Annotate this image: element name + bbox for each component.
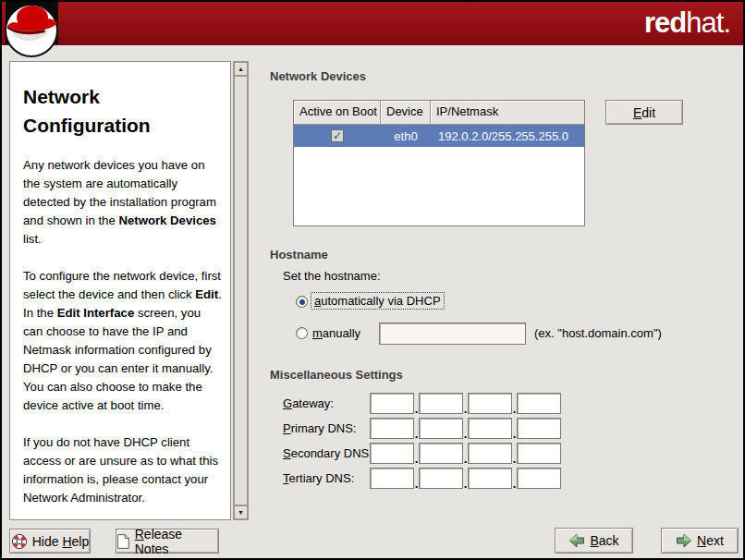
- edit-button[interactable]: Edit: [605, 100, 683, 125]
- gateway-label: Gateway:: [283, 396, 334, 410]
- manual-hostname-radio[interactable]: [296, 327, 308, 339]
- gateway-octet-input[interactable]: [419, 393, 463, 414]
- header-bar: redhat.: [2, 2, 743, 45]
- release-notes-button[interactable]: Release Notes: [116, 529, 219, 554]
- primary-dns-octet-input[interactable]: [517, 418, 561, 439]
- network-devices-table: Active on Boot Device IP/Netmask ✓ eth0 …: [293, 100, 585, 226]
- help-paragraph: Any network devices you have on the syst…: [23, 156, 223, 249]
- scroll-down-icon[interactable]: ▼: [234, 505, 248, 519]
- help-scrollbar[interactable]: ▲ ▼: [233, 61, 249, 520]
- hostname-input[interactable]: [379, 323, 526, 345]
- secondary-dns-octet-input[interactable]: [370, 443, 414, 464]
- secondary-dns-label: Secondary DNS:: [283, 446, 372, 460]
- life-ring-icon: [11, 533, 28, 550]
- auto-dhcp-radio[interactable]: [296, 296, 308, 308]
- ip-netmask-cell: 192.0.2.0/255.255.255.0: [431, 129, 584, 143]
- tertiary-dns-octet-input[interactable]: [370, 468, 414, 489]
- next-arrow-icon: [676, 533, 692, 548]
- primary-dns-label: Primary DNS:: [283, 421, 356, 435]
- active-on-boot-checkbox[interactable]: ✓: [331, 129, 344, 142]
- tertiary-dns-octet-row: ...: [370, 468, 561, 489]
- gateway-octet-input[interactable]: [468, 393, 512, 414]
- table-header-row: Active on Boot Device IP/Netmask: [294, 101, 584, 125]
- primary-dns-octet-input[interactable]: [468, 418, 512, 439]
- network-devices-section-label: Network Devices: [270, 69, 366, 83]
- back-button[interactable]: Back: [555, 528, 633, 554]
- gateway-octet-row: ...: [370, 393, 561, 414]
- gateway-octet-input[interactable]: [370, 393, 414, 414]
- scroll-up-icon[interactable]: ▲: [234, 62, 248, 76]
- tertiary-dns-octet-input[interactable]: [419, 468, 463, 489]
- auto-dhcp-radio-label[interactable]: automatically via DHCP: [311, 292, 445, 310]
- tertiary-dns-label: Tertiary DNS:: [283, 471, 354, 485]
- secondary-dns-octet-input[interactable]: [419, 443, 463, 464]
- device-cell: eth0: [381, 129, 431, 143]
- secondary-dns-octet-input[interactable]: [517, 443, 561, 464]
- tertiary-dns-octet-input[interactable]: [468, 468, 512, 489]
- primary-dns-octet-input[interactable]: [419, 418, 463, 439]
- scrollbar-thumb[interactable]: [234, 76, 248, 505]
- hostname-section-label: Hostname: [270, 248, 328, 262]
- installer-window: redhat. Network Configuration Any networ…: [0, 0, 745, 560]
- primary-dns-octet-row: ...: [370, 418, 561, 439]
- primary-dns-octet-input[interactable]: [370, 418, 414, 439]
- secondary-dns-octet-input[interactable]: [468, 443, 512, 464]
- set-hostname-label: Set the hostname:: [283, 269, 381, 283]
- help-paragraph: If you do not have DHCP client access or…: [23, 433, 223, 507]
- manual-hostname-radio-label[interactable]: manually: [312, 326, 360, 340]
- help-paragraph: To configure the network device, first s…: [23, 267, 223, 415]
- hide-help-button[interactable]: Hide Help: [9, 529, 91, 554]
- gateway-octet-input[interactable]: [517, 393, 561, 414]
- secondary-dns-octet-row: ...: [370, 443, 561, 464]
- table-row[interactable]: ✓ eth0 192.0.2.0/255.255.255.0: [294, 125, 584, 147]
- help-title: Network Configuration: [23, 82, 223, 140]
- tertiary-dns-octet-input[interactable]: [517, 468, 561, 489]
- column-header-device: Device: [381, 101, 431, 125]
- help-panel: Network Configuration Any network device…: [9, 61, 231, 520]
- column-header-active-on-boot: Active on Boot: [294, 101, 381, 125]
- redhat-wordmark: redhat.: [644, 6, 730, 40]
- next-button[interactable]: Next: [661, 528, 739, 554]
- hostname-example-hint: (ex. "host.domain.com"): [534, 326, 662, 340]
- document-icon: [116, 533, 130, 550]
- column-header-ip-netmask: IP/Netmask: [431, 101, 584, 125]
- misc-settings-section-label: Miscellaneous Settings: [270, 368, 403, 382]
- redhat-shadowman-logo-icon: [4, 2, 63, 59]
- back-arrow-icon: [568, 533, 585, 548]
